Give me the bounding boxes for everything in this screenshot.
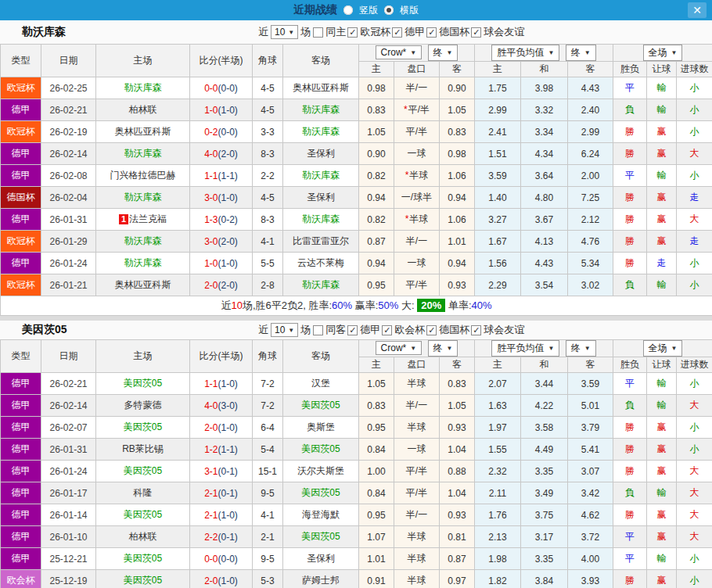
league-checkbox[interactable]: ✓ (347, 325, 358, 335)
avg-draw-odds: 4.13 (521, 231, 568, 253)
match-count-select[interactable]: 10▼ (271, 25, 298, 39)
header-home: 主场 (96, 340, 190, 373)
result-handicap: 赢 (647, 209, 677, 231)
result-handicap: 輸 (647, 548, 677, 570)
handicap-line: 半球 (394, 548, 440, 570)
fulltime-select[interactable]: 全场▼ (643, 45, 683, 61)
halftime-score: (0-1) (218, 488, 238, 499)
fulltime-score: 4-0 (204, 400, 218, 411)
check-icon: ✓ (427, 326, 436, 335)
league-checkbox[interactable]: ✓ (471, 27, 481, 38)
radio-horizontal[interactable] (384, 5, 394, 15)
avg-odds-select[interactable]: 胜平负均值▼ (491, 340, 559, 357)
popup-title: 近期战绩 (293, 3, 337, 17)
avg-away-odds: 2.99 (568, 121, 613, 143)
handicap-home-odds: 0.94 (359, 253, 394, 274)
avg-away-odds: 5.34 (568, 253, 613, 274)
handicap-away-odds: 0.93 (440, 417, 475, 439)
avg-home-odds: 1.98 (475, 548, 521, 570)
avg-draw-odds: 3.44 (521, 373, 568, 395)
away-team: 圣保利 (283, 143, 359, 165)
final-select[interactable]: 终▼ (566, 45, 596, 61)
match-date: 26-02-14 (41, 143, 96, 165)
away-team: 沃尔夫斯堡 (283, 461, 359, 482)
match-row: 德甲 26-02-14 勒沃库森 4-0(2-0) 8-3 圣保利 0.90 一… (1, 143, 712, 165)
avg-odds-select[interactable]: 胜平负均值▼ (491, 45, 559, 61)
league-checkbox[interactable]: ✓ (426, 27, 437, 38)
result-handicap: 輸 (647, 373, 677, 395)
section-header-mainz: 美因茨05 近 10▼ 场 同客 ✓ 德甲 ✓ 欧会杯 ✓ 德国杯 ✓ 球会友谊 (0, 321, 712, 339)
subheader-line: 盘口 (394, 357, 440, 373)
summary-count: 10 (231, 299, 242, 311)
corners-cell: 6-4 (253, 417, 283, 439)
final-select[interactable]: 终▼ (428, 45, 458, 61)
fulltime-score: 2-1 (204, 510, 218, 521)
fulltime-score: 2-2 (204, 532, 218, 543)
league-label: 德甲 (405, 25, 425, 39)
league-checkbox[interactable]: ✓ (347, 27, 358, 38)
halftime-score: (1-0) (218, 378, 238, 389)
subheader-avg-home: 主 (475, 357, 521, 373)
result-goals: 小 (677, 77, 712, 99)
avg-home-odds: 1.40 (475, 187, 521, 209)
result-handicap: 輸 (647, 165, 677, 187)
handicap-home-odds: 0.83 (359, 395, 394, 417)
result-wdl: 勝 (613, 231, 647, 253)
header-type: 类型 (1, 340, 41, 373)
match-row: 德甲 26-01-31 RB莱比锡 1-2(1-1) 5-4 美因茨05 0.8… (1, 439, 712, 461)
league-checkbox[interactable]: ✓ (392, 27, 402, 38)
check-icon: ✓ (472, 28, 480, 37)
bookmaker-select[interactable]: Crow*▼ (376, 45, 423, 59)
score-cell: 0-0(0-0) (190, 77, 253, 99)
header-score: 比分(半场) (190, 45, 253, 77)
chevron-down-icon: ▼ (288, 327, 294, 334)
check-icon: ✓ (348, 28, 357, 37)
handicap-home-odds: 0.91 (359, 570, 394, 588)
fulltime-score: 1-1 (204, 378, 218, 389)
star-icon: * (404, 104, 408, 115)
handicap-away-odds: 0.98 (440, 143, 475, 165)
unit-label: 场 (300, 25, 311, 39)
final-select[interactable]: 终▼ (566, 340, 596, 357)
avg-draw-odds: 3.54 (521, 274, 568, 296)
close-button[interactable]: ✕ (688, 2, 707, 18)
avg-draw-odds: 3.17 (521, 526, 568, 548)
chevron-down-icon: ▼ (410, 49, 416, 56)
score-cell: 1-2(1-1) (190, 439, 253, 461)
same-venue-checkbox[interactable] (313, 325, 323, 335)
match-row: 德甲 26-02-21 美因茨05 1-1(1-0) 7-2 汉堡 1.05 半… (1, 373, 712, 395)
handicap-away-odds: 0.83 (440, 121, 475, 143)
league-checkbox[interactable]: ✓ (426, 325, 437, 335)
fulltime-score: 0-0 (204, 554, 218, 565)
bookmaker-select[interactable]: Crow*▼ (376, 341, 423, 355)
corners-cell: 2-2 (253, 165, 283, 187)
check-icon: ✓ (427, 28, 436, 37)
final-select[interactable]: 终▼ (428, 340, 458, 357)
corners-cell: 2-8 (253, 274, 283, 296)
same-venue-checkbox[interactable] (313, 27, 323, 38)
fulltime-select[interactable]: 全场▼ (643, 340, 683, 357)
chevron-down-icon: ▼ (410, 345, 416, 352)
result-goals: 小 (677, 121, 712, 143)
match-row: 德甲 26-01-10 柏林联 2-2(0-1) 2-1 美因茨05 1.07 … (1, 526, 712, 548)
chevron-down-icon: ▼ (447, 345, 453, 352)
result-goals: 小 (677, 165, 712, 187)
league-checkbox[interactable]: ✓ (471, 325, 481, 335)
away-team: 勒沃库森 (283, 121, 359, 143)
corners-cell: 3-3 (253, 121, 283, 143)
match-date: 26-01-24 (41, 461, 96, 482)
score-cell: 1-0(1-0) (190, 253, 253, 274)
league-badge: 德甲 (1, 253, 41, 274)
league-badge: 德国杯 (1, 187, 41, 209)
match-count-select[interactable]: 10▼ (271, 323, 298, 337)
avg-draw-odds: 3.35 (521, 461, 568, 482)
match-date: 26-01-31 (41, 439, 96, 461)
corners-cell: 7-2 (253, 373, 283, 395)
fulltime-score: 0-2 (204, 127, 218, 138)
league-checkbox[interactable]: ✓ (382, 325, 392, 335)
handicap-home-odds: 0.87 (359, 231, 394, 253)
result-goals: 小 (677, 99, 712, 121)
avg-draw-odds: 3.32 (521, 99, 568, 121)
match-row: 欧冠杯 26-01-29 勒沃库森 3-0(2-0) 4-1 比雷亚雷亚尔 0.… (1, 231, 712, 253)
radio-vertical[interactable] (343, 5, 353, 15)
